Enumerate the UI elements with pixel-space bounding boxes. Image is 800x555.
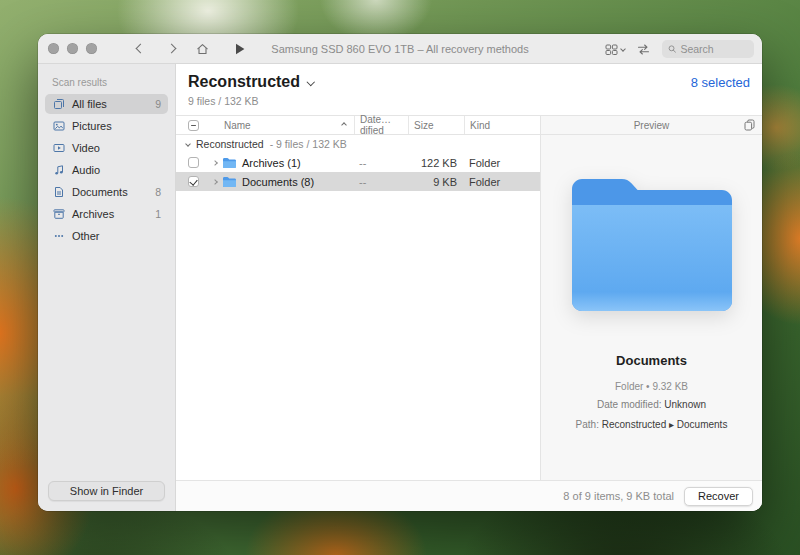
documents-icon xyxy=(52,186,65,199)
file-size: 9 KB xyxy=(408,176,464,188)
grid-view-icon xyxy=(605,44,618,55)
preview-file-name: Documents xyxy=(616,353,687,368)
page-title: Reconstructed xyxy=(188,73,300,91)
table-row-archives[interactable]: Archives (1) -- 122 KB Folder xyxy=(176,153,540,172)
forward-button[interactable] xyxy=(164,41,178,57)
column-header-kind[interactable]: Kind xyxy=(464,116,540,134)
page-subtitle: 9 files / 132 KB xyxy=(188,95,314,107)
file-date: -- xyxy=(354,157,408,169)
group-collapse-icon[interactable] xyxy=(185,141,191,147)
row-checkbox[interactable] xyxy=(188,157,199,168)
column-label: Date…dified xyxy=(360,114,408,136)
file-kind: Folder xyxy=(464,157,540,169)
preview-file-meta: Folder • 9.32 KB xyxy=(615,381,688,392)
disclosure-icon[interactable] xyxy=(212,160,218,166)
window-minimize-button[interactable] xyxy=(67,43,78,54)
audio-icon xyxy=(52,164,65,177)
select-all-checkbox[interactable] xyxy=(188,120,199,131)
file-date: -- xyxy=(354,176,408,188)
search-icon xyxy=(668,44,676,54)
sidebar-item-archives[interactable]: Archives 1 xyxy=(45,204,168,224)
path-value: Reconstructed ▸ Documents xyxy=(602,419,728,430)
window-title: Samsung SSD 860 EVO 1TB – All recovery m… xyxy=(271,43,528,55)
window-close-button[interactable] xyxy=(48,43,59,54)
row-checkbox[interactable] xyxy=(188,176,199,187)
play-icon xyxy=(235,43,245,55)
show-in-finder-button[interactable]: Show in Finder xyxy=(48,481,165,501)
preview-panel: Preview xyxy=(540,115,762,480)
sidebar-item-count: 1 xyxy=(155,208,161,220)
search-field[interactable] xyxy=(662,40,754,58)
play-button[interactable] xyxy=(235,43,245,55)
title-dropdown-icon[interactable] xyxy=(307,78,315,86)
file-kind: Folder xyxy=(464,176,540,188)
sidebar-item-audio[interactable]: Audio xyxy=(45,160,168,180)
disclosure-icon[interactable] xyxy=(212,179,218,185)
preview-title: Preview xyxy=(634,120,670,131)
path-label: Path: xyxy=(576,419,599,430)
window-zoom-button[interactable] xyxy=(86,43,97,54)
column-label: Size xyxy=(414,120,433,131)
column-header-name[interactable]: Name xyxy=(210,116,354,134)
preview-body: Documents Folder • 9.32 KB Date modified… xyxy=(541,135,762,480)
sidebar-item-label: All files xyxy=(72,98,107,110)
column-label: Name xyxy=(224,120,251,131)
video-icon xyxy=(52,142,65,155)
sort-ascending-icon xyxy=(341,122,347,128)
home-button[interactable] xyxy=(195,41,209,57)
copy-button[interactable] xyxy=(744,119,755,131)
traffic-lights xyxy=(48,43,97,54)
nav-controls xyxy=(133,41,209,57)
group-name: Reconstructed xyxy=(196,138,264,150)
preview-date-modified: Date modified: Unknown xyxy=(597,398,706,412)
search-input[interactable] xyxy=(680,43,748,55)
selected-count: 8 selected xyxy=(691,75,750,90)
sidebar-item-label: Archives xyxy=(72,208,114,220)
sidebar-item-video[interactable]: Video xyxy=(45,138,168,158)
sidebar-item-pictures[interactable]: Pictures xyxy=(45,116,168,136)
all-files-icon xyxy=(52,98,65,111)
sidebar-item-label: Audio xyxy=(72,164,100,176)
recovery-methods-button[interactable] xyxy=(637,44,650,55)
sidebar-item-documents[interactable]: Documents 8 xyxy=(45,182,168,202)
file-size: 122 KB xyxy=(408,157,464,169)
sidebar-item-label: Documents xyxy=(72,186,128,198)
content-header: Reconstructed 9 files / 132 KB 8 selecte… xyxy=(176,64,762,115)
sidebar-item-count: 9 xyxy=(155,98,161,110)
date-modified-value: Unknown xyxy=(664,399,706,410)
table-body: Reconstructed - 9 files / 132 KB Archive… xyxy=(176,135,540,480)
view-toggle-button[interactable] xyxy=(605,44,625,55)
copy-icon xyxy=(744,119,755,131)
sidebar-item-label: Video xyxy=(72,142,100,154)
pictures-icon xyxy=(52,120,65,133)
window-titlebar: Samsung SSD 860 EVO 1TB – All recovery m… xyxy=(38,34,762,64)
sidebar-item-all-files[interactable]: All files 9 xyxy=(45,94,168,114)
titlebar-right-controls xyxy=(605,34,754,64)
file-table: Name Date…dified Size Kind xyxy=(176,115,540,480)
column-header-size[interactable]: Size xyxy=(408,116,464,134)
file-name: Documents (8) xyxy=(242,176,314,188)
sidebar-item-other[interactable]: Other xyxy=(45,226,168,246)
preview-path: Path: Reconstructed ▸ Documents xyxy=(576,418,728,432)
swap-arrows-icon xyxy=(637,44,650,55)
status-bar: 8 of 9 items, 9 KB total Recover xyxy=(176,480,762,511)
archives-icon xyxy=(52,208,65,221)
desktop-wallpaper: Samsung SSD 860 EVO 1TB – All recovery m… xyxy=(0,0,800,555)
items-summary: 8 of 9 items, 9 KB total xyxy=(563,490,674,502)
chevron-down-icon xyxy=(620,46,626,52)
table-group-row[interactable]: Reconstructed - 9 files / 132 KB xyxy=(176,135,540,153)
recover-button[interactable]: Recover xyxy=(684,487,753,506)
preview-header: Preview xyxy=(541,115,762,135)
table-row-documents[interactable]: Documents (8) -- 9 KB Folder xyxy=(176,172,540,191)
column-label: Kind xyxy=(470,120,490,131)
table-header: Name Date…dified Size Kind xyxy=(176,115,540,135)
app-window: Samsung SSD 860 EVO 1TB – All recovery m… xyxy=(38,34,762,511)
sidebar-item-count: 8 xyxy=(155,186,161,198)
group-detail: - 9 files / 132 KB xyxy=(270,138,347,150)
sidebar-item-label: Pictures xyxy=(72,120,112,132)
back-button[interactable] xyxy=(133,41,147,57)
folder-icon xyxy=(222,157,237,169)
sidebar-header: Scan results xyxy=(38,70,175,93)
date-modified-label: Date modified: xyxy=(597,399,661,410)
column-header-date-modified[interactable]: Date…dified xyxy=(354,116,408,134)
